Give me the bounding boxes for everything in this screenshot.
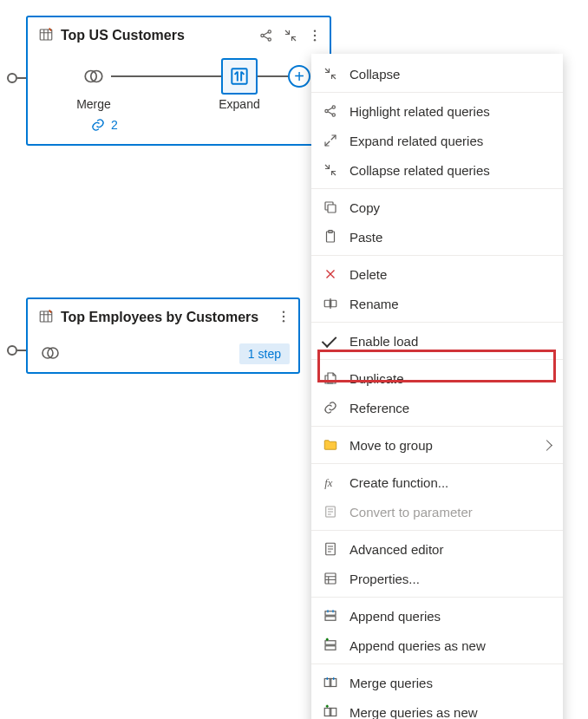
menu-rename[interactable]: Rename [311,289,563,318]
merge-step-icon[interactable] [40,343,61,366]
collapse-arrows-icon [320,162,341,178]
menu-label: Move to group [350,438,551,453]
svg-point-4 [314,30,316,32]
menu-merge-as-new[interactable]: Merge queries as new [311,697,563,719]
menu-label: Collapse related queries [350,163,551,178]
graph-node [7,345,17,356]
menu-label: Duplicate [350,371,551,386]
svg-rect-28 [325,611,336,616]
svg-rect-0 [40,29,52,40]
query-title: Top Employees by Customers [61,310,276,325]
graph-node [7,73,17,83]
properties-icon [320,571,341,586]
delete-icon [320,266,341,282]
menu-separator [311,663,563,664]
paste-icon [320,229,341,245]
svg-rect-19 [328,205,336,212]
query-card-top-employees[interactable]: Top Employees by Customers 1 step [26,297,300,374]
menu-highlight-related[interactable]: Highlight related queries [311,96,563,126]
menu-convert-to-parameter: Convert to parameter [311,497,563,526]
menu-label: Properties... [350,572,551,586]
more-options-icon[interactable] [307,28,323,43]
menu-label: Convert to parameter [350,505,551,520]
svg-point-16 [325,109,328,112]
svg-point-3 [268,38,271,41]
menu-separator [311,530,563,531]
menu-append-queries[interactable]: Append queries [311,601,563,631]
menu-label: Copy [350,200,551,215]
table-icon [38,27,54,45]
share-icon[interactable] [258,28,274,43]
step-expand[interactable] [222,59,257,94]
svg-rect-29 [325,617,336,621]
menu-label: Reference [350,401,551,415]
append-icon [320,608,341,624]
menu-paste[interactable]: Paste [311,222,563,252]
reference-count: 2 [111,118,118,132]
menu-label: Append queries [350,609,551,624]
menu-label: Append queries as new [350,638,551,653]
svg-point-17 [332,106,335,108]
menu-merge-queries[interactable]: Merge queries [311,668,563,697]
query-title: Top US Customers [61,28,258,43]
menu-label: Rename [350,297,551,311]
more-options-icon[interactable] [276,309,291,327]
editor-icon [320,541,341,557]
menu-separator [311,463,563,464]
expand-arrows-icon [320,133,341,148]
menu-collapse[interactable]: Collapse [311,59,563,88]
menu-label: Merge queries [350,676,551,690]
svg-point-2 [268,30,271,33]
step-count-pill[interactable]: 1 step [239,343,290,364]
menu-label: Merge queries as new [350,705,551,720]
merge-icon [320,675,341,690]
svg-point-1 [261,34,264,36]
svg-point-11 [283,310,284,312]
svg-text:fx: fx [324,477,333,489]
menu-separator [311,255,563,256]
step-expand-label: Expand [205,97,274,111]
checkmark-icon [320,337,341,345]
svg-rect-9 [232,69,246,83]
rename-icon [320,296,341,311]
reference-count-badge[interactable]: 2 [90,117,118,133]
menu-append-as-new[interactable]: Append queries as new [311,631,563,660]
menu-reference[interactable]: Reference [311,393,563,422]
menu-separator [311,322,563,323]
menu-move-to-group[interactable]: Move to group [311,430,563,460]
menu-enable-load[interactable]: Enable load [311,326,563,356]
svg-point-12 [283,315,284,317]
step-connector [257,75,288,77]
menu-label: Create function... [350,475,551,490]
step-merge-label: Merge [59,97,128,111]
menu-duplicate[interactable]: Duplicate [311,363,563,393]
menu-separator [311,597,563,598]
menu-advanced-editor[interactable]: Advanced editor [311,534,563,564]
context-menu: Collapse Highlight related queries Expan… [311,54,563,719]
menu-label: Advanced editor [350,542,551,557]
menu-properties[interactable]: Properties... [311,564,563,593]
menu-separator [311,188,563,189]
svg-rect-31 [325,646,336,650]
menu-create-function[interactable]: fx Create function... [311,467,563,497]
svg-point-13 [283,320,284,322]
duplicate-icon [320,370,341,386]
add-step-button[interactable]: + [288,65,310,88]
collapse-arrows-icon [320,66,341,82]
menu-label: Collapse [350,67,551,82]
step-connector [111,75,222,77]
menu-expand-related[interactable]: Expand related queries [311,126,563,155]
menu-separator [311,426,563,427]
parameter-icon [320,504,341,520]
query-card-top-us-customers[interactable]: Top US Customers [26,16,331,146]
menu-delete[interactable]: Delete [311,259,563,289]
menu-label: Highlight related queries [350,104,551,119]
svg-point-18 [332,114,335,116]
copy-icon [320,199,341,215]
collapse-arrows-icon[interactable] [283,28,298,43]
function-icon: fx [320,474,341,490]
menu-collapse-related[interactable]: Collapse related queries [311,155,563,185]
menu-copy[interactable]: Copy [311,193,563,222]
step-merge[interactable] [76,59,111,94]
append-new-icon [320,637,341,653]
